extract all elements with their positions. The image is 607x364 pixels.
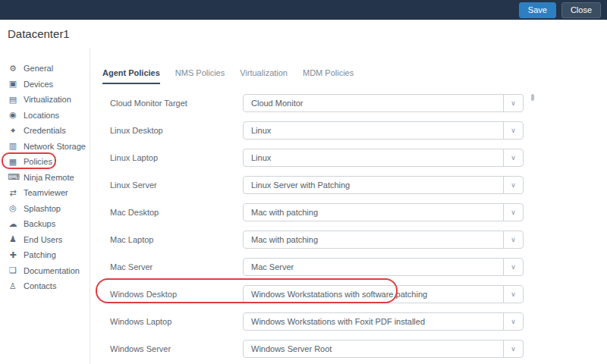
policy-select-value: Cloud Monitor xyxy=(244,99,503,108)
policy-row-label: Mac Server xyxy=(102,262,243,271)
chevron-down-icon[interactable]: ∨ xyxy=(503,286,523,303)
sidebar-item-patching[interactable]: ✚ Patching xyxy=(0,247,90,263)
policy-select-value: Windows Workstations with Foxit PDF inst… xyxy=(244,317,503,326)
chevron-down-icon[interactable]: ∨ xyxy=(503,204,523,221)
teamviewer-icon: ⇄ xyxy=(8,188,18,198)
policy-row-cloud-monitor-target: Cloud Monitor Target Cloud Monitor ∨ xyxy=(102,89,527,117)
policy-select-value: Linux xyxy=(244,153,503,162)
tab-nms-policies[interactable]: NMS Policies xyxy=(175,68,225,84)
policy-select-value: Linux Server with Patching xyxy=(244,180,503,190)
gear-icon: ⚙ xyxy=(8,64,18,74)
policy-row-mac-laptop: Mac Laptop Mac with patching ∨ xyxy=(102,226,527,253)
chevron-down-icon[interactable]: ∨ xyxy=(503,149,523,166)
sidebar-item-locations[interactable]: ◉ Locations xyxy=(0,108,90,124)
sidebar-item-label: Documentation xyxy=(24,266,80,275)
policy-select-linux-desktop[interactable]: Linux ∨ xyxy=(243,121,524,140)
policy-select-value: Windows Server Root xyxy=(244,344,503,353)
sidebar-item-label: Splashtop xyxy=(24,204,61,213)
sidebar-item-documentation[interactable]: ❏ Documentation xyxy=(0,263,90,279)
chevron-down-icon[interactable]: ∨ xyxy=(503,95,523,111)
policy-row-mac-server: Mac Server Mac Server ∨ xyxy=(102,253,527,281)
sidebar-item-label: Virtualization xyxy=(24,95,71,104)
policies-icon: ▦ xyxy=(8,157,18,167)
policy-row-label: Mac Desktop xyxy=(102,208,243,217)
policy-row-windows-desktop: Windows Desktop Windows Workstatations w… xyxy=(102,281,527,308)
chevron-down-icon[interactable]: ∨ xyxy=(503,340,523,357)
policy-row-label: Mac Laptop xyxy=(102,235,243,244)
chevron-down-icon[interactable]: ∨ xyxy=(503,259,523,275)
sidebar-item-label: Credentials xyxy=(24,126,66,135)
remote-icon: ⌨ xyxy=(8,172,18,182)
chevron-down-icon[interactable]: ∨ xyxy=(503,122,523,139)
policy-select-value: Linux xyxy=(244,126,503,135)
sidebar-item-splashtop[interactable]: ◎ Splashtop xyxy=(0,201,90,217)
tab-mdm-policies[interactable]: MDM Policies xyxy=(303,68,354,84)
splashtop-icon: ◎ xyxy=(8,203,18,213)
policy-row-linux-laptop: Linux Laptop Linux ∨ xyxy=(102,144,527,171)
policy-select-value: Mac Server xyxy=(244,262,503,271)
sidebar-item-label: Devices xyxy=(24,80,53,89)
close-button[interactable]: Close xyxy=(561,2,601,18)
sidebar-item-label: Teamviewer xyxy=(24,188,68,197)
sidebar-item-label: Policies xyxy=(24,157,52,166)
sidebar-item-teamviewer[interactable]: ⇄ Teamviewer xyxy=(0,185,90,201)
policy-row-label: Linux Server xyxy=(102,180,243,190)
chevron-down-icon[interactable]: ∨ xyxy=(503,177,523,193)
policy-select-windows-laptop[interactable]: Windows Workstations with Foxit PDF inst… xyxy=(243,312,524,331)
tab-agent-policies[interactable]: Agent Policies xyxy=(102,68,160,84)
key-icon: ✦ xyxy=(8,126,18,136)
policy-select-cloud-monitor-target[interactable]: Cloud Monitor ∨ xyxy=(243,94,524,112)
sidebar-item-backups[interactable]: ☁ Backups xyxy=(0,216,90,232)
sidebar-item-end-users[interactable]: ♟ End Users xyxy=(0,232,90,248)
save-button[interactable]: Save xyxy=(519,2,556,18)
contact-icon: ♙ xyxy=(8,281,18,291)
sidebar-item-label: Backups xyxy=(24,219,55,228)
policy-select-value: Windows Workstatations with software pat… xyxy=(244,290,503,299)
policy-row-label: Linux Desktop xyxy=(102,126,243,135)
sidebar-item-network-storage[interactable]: ▥ Network Storage xyxy=(0,139,90,155)
sidebar-item-policies[interactable]: ▦ Policies xyxy=(0,154,90,170)
policy-select-linux-laptop[interactable]: Linux ∨ xyxy=(243,149,524,167)
monitor-icon: ▤ xyxy=(8,95,18,105)
sidebar-item-label: Patching xyxy=(24,250,56,259)
sidebar-item-contacts[interactable]: ♙ Contacts xyxy=(0,278,90,294)
users-icon: ♟ xyxy=(8,234,18,244)
sidebar-item-credentials[interactable]: ✦ Credentials xyxy=(0,123,90,139)
policy-row-windows-server: Windows Server Windows Server Root ∨ xyxy=(102,335,527,362)
location-pin-icon: ◉ xyxy=(8,110,18,120)
sidebar-item-devices[interactable]: ▣ Devices xyxy=(0,77,90,93)
sidebar-item-label: Locations xyxy=(24,111,59,120)
policy-select-mac-server[interactable]: Mac Server ∨ xyxy=(243,258,524,276)
policy-row-mac-desktop: Mac Desktop Mac with patching ∨ xyxy=(102,199,527,226)
chevron-down-icon[interactable]: ∨ xyxy=(503,231,523,248)
sidebar-item-ninja-remote[interactable]: ⌨ Ninja Remote xyxy=(0,170,90,186)
chevron-down-icon[interactable]: ∨ xyxy=(503,313,523,330)
tab-bar: Agent Policies NMS Policies Virtualizati… xyxy=(102,68,354,84)
policy-row-label: Windows Laptop xyxy=(102,317,243,326)
policy-select-mac-laptop[interactable]: Mac with patching ∨ xyxy=(243,231,524,249)
policy-row-label: Linux Laptop xyxy=(102,153,243,162)
sidebar: ⚙ General ▣ Devices ▤ Virtualization ◉ L… xyxy=(0,61,90,294)
policy-form: Cloud Monitor Target Cloud Monitor ∨ Lin… xyxy=(102,89,527,362)
scrollbar-thumb[interactable] xyxy=(531,94,534,101)
lock-icon: ▣ xyxy=(8,79,18,89)
policy-row-windows-laptop: Windows Laptop Windows Workstations with… xyxy=(102,308,527,335)
policy-row-label: Windows Server xyxy=(102,344,243,353)
policy-select-linux-server[interactable]: Linux Server with Patching ∨ xyxy=(243,176,524,194)
sidebar-item-label: Network Storage xyxy=(24,142,86,151)
patch-icon: ✚ xyxy=(8,250,18,260)
sidebar-item-virtualization[interactable]: ▤ Virtualization xyxy=(0,92,90,108)
document-icon: ❏ xyxy=(8,265,18,275)
policy-select-mac-desktop[interactable]: Mac with patching ∨ xyxy=(243,203,524,221)
sidebar-item-general[interactable]: ⚙ General xyxy=(0,61,90,77)
cloud-icon: ☁ xyxy=(8,219,18,229)
storage-icon: ▥ xyxy=(8,141,18,151)
policy-row-label: Windows Desktop xyxy=(102,290,243,299)
policy-select-windows-desktop[interactable]: Windows Workstatations with software pat… xyxy=(243,285,524,303)
tab-virtualization[interactable]: Virtualization xyxy=(240,68,288,84)
top-bar: Save Close xyxy=(0,0,607,20)
policy-select-windows-server[interactable]: Windows Server Root ∨ xyxy=(243,340,524,358)
sidebar-item-label: Ninja Remote xyxy=(24,173,74,182)
sidebar-item-label: Contacts xyxy=(24,281,56,290)
policy-row-linux-desktop: Linux Desktop Linux ∨ xyxy=(102,117,527,144)
